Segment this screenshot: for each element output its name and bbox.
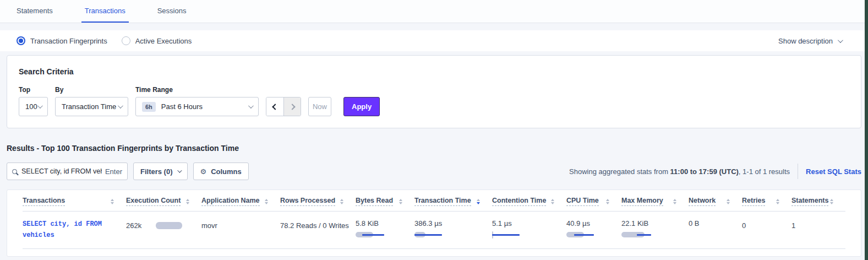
results-title: Results - Top 100 Transaction Fingerprin… [7, 144, 868, 153]
top-label: Top [19, 86, 48, 94]
tab-statements-label: Statements [17, 7, 53, 15]
retries-cell: 0 [742, 219, 791, 230]
column-header-rows-processed[interactable]: Rows Processed [280, 197, 356, 206]
sort-icon [551, 199, 554, 204]
now-button-label: Now [313, 102, 327, 111]
time-range-label: Time Range [135, 86, 259, 94]
column-header-contention-time[interactable]: Contention Time [492, 197, 566, 206]
chevron-down-icon [177, 168, 182, 172]
contention-time-cell: 5.1 µs [492, 219, 566, 237]
transaction-fingerprint-link[interactable]: SELECT city, id FROMvehicles [23, 219, 126, 241]
column-header-transaction-time[interactable]: Transaction Time [414, 197, 492, 206]
search-criteria-title: Search Criteria [19, 67, 849, 76]
chevron-down-icon [248, 103, 254, 109]
top-select[interactable]: 100 [19, 97, 48, 116]
contention-time-value: 5.1 µs [492, 219, 512, 228]
tab-statements[interactable]: Statements [13, 0, 56, 23]
time-range-select[interactable]: 6h Past 6 Hours [135, 97, 259, 116]
chevron-down-icon [838, 37, 843, 43]
filters-button[interactable]: Filters (0) [133, 162, 188, 180]
max-memory-bar [621, 232, 689, 237]
transaction-cell: SELECT city, id FROMvehicles [23, 219, 126, 241]
search-criteria-card: Search Criteria Top 100 By Transaction T… [7, 55, 861, 128]
time-range-value: Past 6 Hours [161, 102, 203, 111]
bytes-read-value: 5.8 KiB [356, 219, 379, 228]
table-header-row: Transactions Execution Count Application… [23, 197, 845, 212]
application-name-cell: movr [201, 219, 280, 230]
results-table: Transactions Execution Count Application… [7, 189, 861, 257]
network-cell: 0 B [689, 219, 742, 228]
by-select[interactable]: Transaction Time [55, 97, 128, 116]
column-header-transactions[interactable]: Transactions [23, 197, 126, 206]
sort-icon [776, 199, 779, 204]
arrow-left-icon [272, 104, 278, 110]
column-header-bytes-read[interactable]: Bytes Read [356, 197, 414, 206]
sort-icon [186, 199, 189, 204]
results-search-box: Enter [7, 162, 128, 180]
stats-prefix: Showing aggregated stats from [569, 167, 670, 176]
apply-button[interactable]: Apply [343, 97, 380, 116]
tab-sessions[interactable]: Sessions [154, 0, 190, 23]
sort-icon [111, 199, 114, 204]
rows-processed-cell: 78.2 Reads / 0 Writes [280, 219, 356, 230]
column-header-application-name[interactable]: Application Name [201, 197, 280, 206]
search-icon [12, 169, 17, 174]
column-header-max-memory[interactable]: Max Memory [621, 197, 689, 206]
radio-transaction-fingerprints-label: Transaction Fingerprints [30, 37, 107, 45]
radio-unselected-icon [122, 36, 130, 45]
statements-cell: 1 [791, 219, 845, 230]
reset-sql-stats-link[interactable]: Reset SQL Stats [806, 167, 861, 176]
sort-icon [673, 199, 676, 204]
time-next-button[interactable] [283, 98, 301, 116]
view-toggle-row: Transaction Fingerprints Active Executio… [0, 30, 868, 51]
by-field: By Transaction Time [55, 86, 128, 116]
time-range-field: Time Range 6h Past 6 Hours [135, 86, 259, 116]
max-memory-value: 22.1 KiB [621, 219, 648, 228]
execution-count-cell: 262k [126, 219, 201, 230]
transaction-time-value: 386.3 µs [414, 219, 442, 228]
search-input[interactable] [21, 167, 102, 175]
search-criteria-fields: Top 100 By Transaction Time Time Range 6… [19, 86, 849, 116]
column-header-execution-count[interactable]: Execution Count [126, 197, 201, 206]
columns-button[interactable]: ⚙ Columns [193, 162, 249, 180]
time-range-nav [266, 97, 301, 116]
sort-icon [265, 199, 268, 204]
time-prev-button[interactable] [266, 98, 283, 116]
now-button[interactable]: Now [308, 97, 331, 116]
tab-transactions[interactable]: Transactions [81, 0, 129, 23]
aggregated-stats-text: Showing aggregated stats from 11:00 to 1… [569, 167, 790, 176]
transaction-time-bar [414, 232, 492, 237]
top-field: Top 100 [19, 86, 48, 116]
table-row: SELECT city, id FROMvehicles 262k movr 7… [23, 212, 845, 249]
radio-active-executions[interactable]: Active Executions [122, 36, 192, 45]
show-description-toggle[interactable]: Show description [778, 37, 842, 45]
cpu-time-cell: 40.9 µs [566, 219, 621, 237]
sort-desc-icon [477, 199, 480, 204]
filters-button-label: Filters (0) [140, 167, 173, 176]
top-select-value: 100 [25, 102, 37, 111]
arrow-right-icon [289, 104, 295, 110]
cpu-time-bar [566, 232, 621, 237]
radio-active-executions-label: Active Executions [135, 37, 192, 45]
tab-transactions-label: Transactions [85, 7, 125, 15]
by-label: By [55, 86, 128, 94]
columns-button-label: Columns [211, 167, 242, 176]
sort-icon [727, 199, 730, 204]
radio-transaction-fingerprints[interactable]: Transaction Fingerprints [17, 36, 107, 45]
apply-button-label: Apply [352, 102, 372, 111]
execution-count-value: 262k [126, 221, 141, 230]
transaction-time-cell: 386.3 µs [414, 219, 492, 237]
bytes-read-bar [356, 232, 414, 237]
column-header-cpu-time[interactable]: CPU Time [566, 197, 621, 206]
column-header-retries[interactable]: Retries [742, 197, 791, 206]
column-header-network[interactable]: Network [689, 197, 742, 206]
tab-bar: Statements Transactions Sessions [0, 0, 868, 23]
stats-suffix: , 1-1 of 1 results [739, 167, 790, 176]
chevron-down-icon [37, 103, 43, 109]
bytes-read-cell: 5.8 KiB [356, 219, 414, 237]
window-edge [865, 0, 868, 260]
column-header-statements[interactable]: Statements [791, 197, 845, 206]
enter-button[interactable]: Enter [105, 167, 122, 176]
time-range-badge: 6h [142, 102, 156, 112]
show-description-label: Show description [778, 37, 833, 45]
